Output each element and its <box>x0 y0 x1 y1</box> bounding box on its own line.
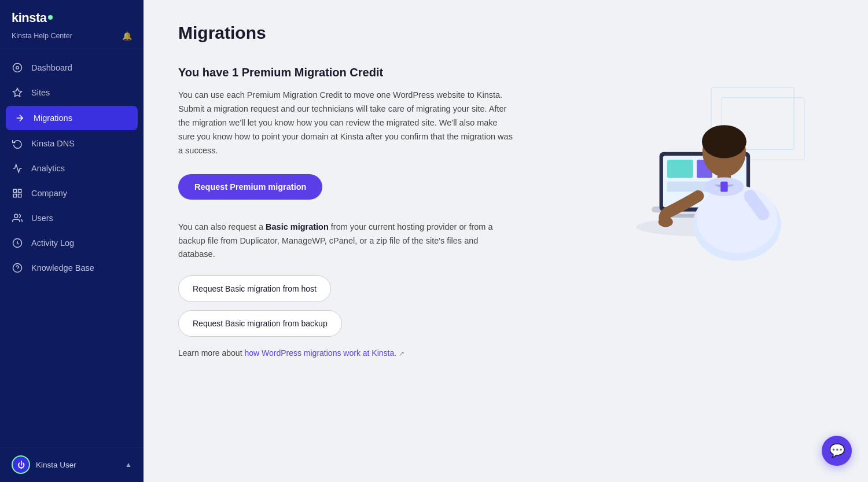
sidebar-item-kinsta-dns[interactable]: Kinsta DNS <box>0 131 144 156</box>
sidebar-item-label: Kinsta DNS <box>31 139 75 148</box>
sidebar-item-label: Analytics <box>31 164 65 173</box>
main-content: Migrations You have 1 Premium Migration … <box>144 0 868 482</box>
migration-illustration <box>618 66 815 274</box>
svg-rect-5 <box>19 194 21 197</box>
kinsta-dns-icon <box>12 138 23 149</box>
svg-point-1 <box>16 67 19 69</box>
content-area: You have 1 Premium Migration Credit You … <box>178 66 833 358</box>
sidebar-item-label: Company <box>31 189 67 198</box>
sidebar-logo: kinsta <box>12 10 132 25</box>
sidebar-item-knowledge-base[interactable]: Knowledge Base <box>0 256 144 280</box>
chevron-up-icon[interactable]: ▲ <box>125 461 132 469</box>
svg-rect-6 <box>13 194 16 197</box>
request-basic-migration-host-button[interactable]: Request Basic migration from host <box>178 275 331 302</box>
svg-rect-3 <box>13 189 16 192</box>
sidebar-item-activity-log[interactable]: Activity Log <box>0 231 144 255</box>
svg-point-28 <box>659 217 673 227</box>
sidebar-item-label: Users <box>31 214 53 223</box>
basic-desc-bold: Basic migration <box>266 222 329 231</box>
help-center-row: Kinsta Help Center 🔔 <box>12 31 132 41</box>
content-left: You have 1 Premium Migration Credit You … <box>178 66 583 358</box>
basic-description: You can also request a Basic migration f… <box>178 220 514 262</box>
bell-icon[interactable]: 🔔 <box>122 31 132 41</box>
activity-log-icon <box>12 237 23 249</box>
content-right <box>606 66 826 274</box>
request-premium-migration-button[interactable]: Request Premium migration <box>178 174 322 200</box>
migrations-icon <box>14 112 25 124</box>
sidebar-item-label: Sites <box>31 88 50 97</box>
help-center-label: Kinsta Help Center <box>12 32 72 40</box>
knowledge-base-icon <box>12 262 23 274</box>
sidebar-item-sites[interactable]: Sites <box>0 80 144 105</box>
learn-more-link[interactable]: how WordPress migrations work at Kinsta. <box>244 348 396 358</box>
sidebar: kinsta Kinsta Help Center 🔔 Dashboard Si… <box>0 0 144 482</box>
sidebar-item-migrations[interactable]: Migrations <box>6 106 138 130</box>
sidebar-item-label: Activity Log <box>31 238 74 248</box>
sidebar-item-company[interactable]: Company <box>0 181 144 205</box>
svg-rect-4 <box>19 189 21 192</box>
chat-icon: 💬 <box>829 443 845 458</box>
sidebar-item-label: Dashboard <box>31 63 72 72</box>
sidebar-item-label: Migrations <box>34 113 72 123</box>
dashboard-icon <box>12 62 23 73</box>
analytics-icon <box>12 163 23 174</box>
sidebar-footer: ⏻ Kinsta User ▲ <box>0 447 144 482</box>
user-row: ⏻ Kinsta User <box>12 455 76 474</box>
sidebar-item-label: Knowledge Base <box>31 263 94 273</box>
company-icon <box>12 187 23 199</box>
basic-desc-prefix: You can also request a <box>178 222 266 231</box>
svg-rect-29 <box>720 182 728 192</box>
logo-dot <box>48 15 53 20</box>
learn-more-prefix: Learn more about <box>178 348 244 358</box>
learn-more-text: Learn more about how WordPress migration… <box>178 348 583 358</box>
sidebar-item-dashboard[interactable]: Dashboard <box>0 56 144 80</box>
sidebar-nav: Dashboard Sites Migrations Kinsta DNS An… <box>0 49 144 447</box>
request-basic-migration-backup-button[interactable]: Request Basic migration from backup <box>178 310 342 337</box>
chat-button[interactable]: 💬 <box>822 436 852 466</box>
users-icon <box>12 212 23 224</box>
svg-point-25 <box>704 128 735 147</box>
sidebar-item-analytics[interactable]: Analytics <box>0 156 144 181</box>
premium-heading: You have 1 Premium Migration Credit <box>178 66 583 79</box>
premium-description: You can use each Premium Migration Credi… <box>178 89 514 158</box>
logo-text: kinsta <box>12 10 47 25</box>
avatar: ⏻ <box>12 455 30 474</box>
sidebar-item-users[interactable]: Users <box>0 206 144 230</box>
svg-point-0 <box>13 64 22 72</box>
svg-point-7 <box>14 214 18 218</box>
svg-marker-2 <box>13 89 22 97</box>
external-link-icon: ↗ <box>399 349 404 358</box>
sidebar-header: kinsta Kinsta Help Center 🔔 <box>0 0 144 49</box>
sites-icon <box>12 87 23 98</box>
page-title: Migrations <box>178 23 833 43</box>
user-name: Kinsta User <box>36 461 76 469</box>
svg-rect-17 <box>667 160 693 178</box>
